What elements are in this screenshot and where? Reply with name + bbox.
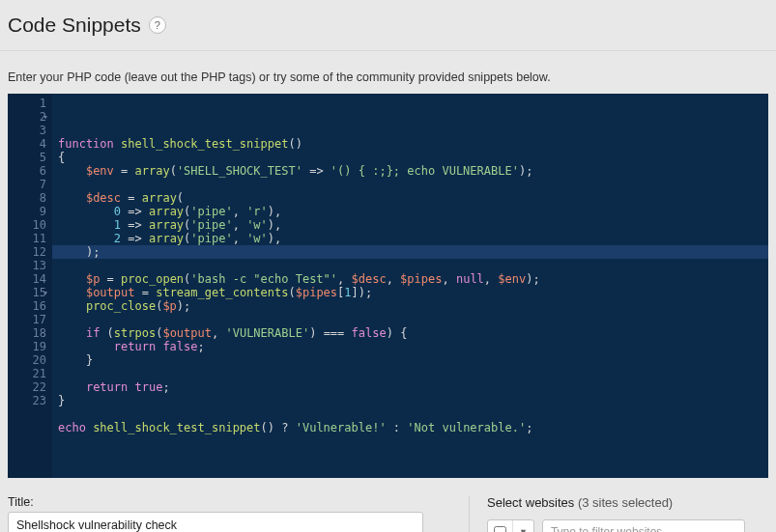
fold-marker-icon[interactable]: ▾ (43, 110, 48, 124)
code-editor[interactable]: 12▾3456789101112131415▾1617181920212223 … (8, 94, 768, 478)
websites-panel: Select websites (3 sites selected) ▼ Tog… (469, 495, 768, 532)
editor-gutter: 12▾3456789101112131415▾1617181920212223 (8, 94, 52, 478)
fold-marker-icon[interactable]: ▾ (43, 286, 48, 299)
websites-filter-row: ▼ (487, 519, 768, 532)
content-area: Enter your PHP code (leave out the PHP t… (0, 51, 776, 532)
title-label: Title: (8, 495, 445, 509)
websites-filter-input[interactable] (542, 519, 745, 532)
form-row: Title: Description (max 500 chars) Selec… (8, 495, 768, 532)
page-header: Code Snippets ? (0, 0, 776, 51)
title-input[interactable] (8, 512, 423, 532)
left-column: Title: Description (max 500 chars) (8, 495, 445, 532)
page-title: Code Snippets (8, 14, 141, 37)
websites-header: Select websites (3 sites selected) (487, 495, 768, 510)
editor-code[interactable]: function shell_shock_test_snippet(){ $en… (52, 94, 768, 478)
caret-down-icon[interactable]: ▼ (513, 527, 533, 532)
help-icon[interactable]: ? (149, 16, 166, 34)
select-all-toggle[interactable]: ▼ (487, 519, 534, 532)
select-all-checkbox[interactable] (494, 526, 506, 533)
intro-text: Enter your PHP code (leave out the PHP t… (8, 70, 768, 84)
